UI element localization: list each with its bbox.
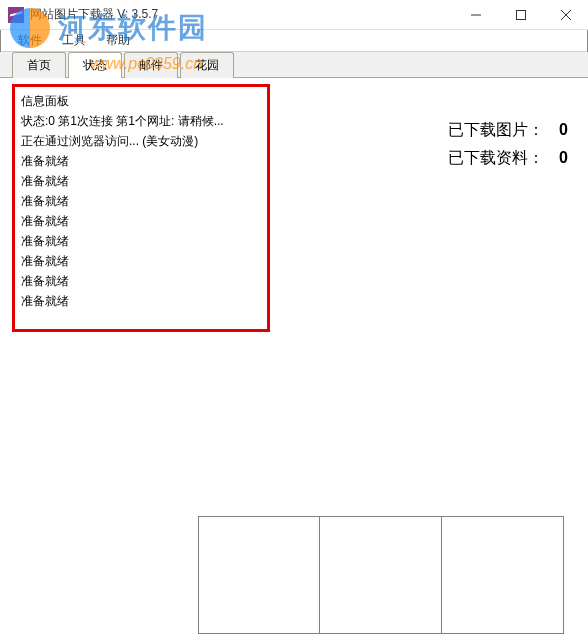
menu-tools[interactable]: 工具 <box>52 30 96 51</box>
info-line: 准备就绪 <box>21 191 261 211</box>
menu-help[interactable]: 帮助 <box>96 30 140 51</box>
info-line: 准备就绪 <box>21 151 261 171</box>
menubar: 软件 工具 帮助 <box>0 30 588 52</box>
stats-panel: 已下载图片： 0 已下载资料： 0 <box>448 116 568 172</box>
close-button[interactable] <box>543 0 588 30</box>
minimize-button[interactable] <box>453 0 498 30</box>
titlebar: 网站图片下载器 V: 3.5.7 <box>0 0 588 30</box>
thumbnail-slot[interactable] <box>198 516 320 634</box>
stat-data: 已下载资料： 0 <box>448 144 568 172</box>
info-line: 准备就绪 <box>21 251 261 271</box>
stat-images-value: 0 <box>548 116 568 144</box>
thumbnail-slot[interactable] <box>442 516 564 634</box>
svg-rect-1 <box>516 11 525 20</box>
tab-home[interactable]: 首页 <box>12 52 66 78</box>
info-line: 准备就绪 <box>21 231 261 251</box>
app-icon <box>8 7 24 23</box>
info-line: 准备就绪 <box>21 271 261 291</box>
maximize-button[interactable] <box>498 0 543 30</box>
tab-garden[interactable]: 花园 <box>180 52 234 78</box>
thumbnail-strip <box>198 516 564 634</box>
info-panel: 信息面板 状态:0 第1次连接 第1个网址: 请稍候... 正在通过浏览器访问.… <box>12 84 270 332</box>
tab-status[interactable]: 状态 <box>68 52 122 78</box>
stat-images: 已下载图片： 0 <box>448 116 568 144</box>
window-title: 网站图片下载器 V: 3.5.7 <box>30 6 158 23</box>
menu-software[interactable]: 软件 <box>8 30 52 51</box>
window-buttons <box>453 0 588 30</box>
info-line: 准备就绪 <box>21 211 261 231</box>
tab-mail[interactable]: 邮件 <box>124 52 178 78</box>
thumbnail-slot[interactable] <box>320 516 442 634</box>
info-line: 正在通过浏览器访问... (美女动漫) <box>21 131 261 151</box>
tabbar: 首页 状态 邮件 花园 <box>0 52 588 78</box>
info-line: 准备就绪 <box>21 291 261 311</box>
content-area: 信息面板 状态:0 第1次连接 第1个网址: 请稍候... 正在通过浏览器访问.… <box>0 78 588 642</box>
info-line: 状态:0 第1次连接 第1个网址: 请稍候... <box>21 111 261 131</box>
stat-data-label: 已下载资料： <box>448 149 544 166</box>
info-line: 准备就绪 <box>21 171 261 191</box>
info-header: 信息面板 <box>21 91 261 111</box>
stat-data-value: 0 <box>548 144 568 172</box>
stat-images-label: 已下载图片： <box>448 121 544 138</box>
